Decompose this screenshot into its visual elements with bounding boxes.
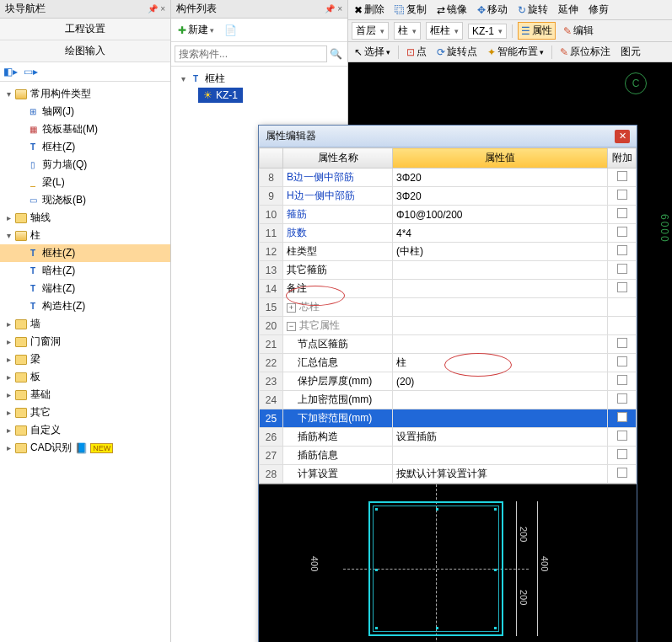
pin-icon[interactable]: 📌 × [148,4,165,13]
tree-group-column[interactable]: ▾柱 [0,227,170,244]
expand-icon[interactable]: ▸ [3,443,13,453]
close-button[interactable]: ✕ [615,130,630,143]
checkbox[interactable] [617,245,627,255]
checkbox[interactable] [617,375,627,385]
prop-value[interactable]: Φ10@100/200 [393,206,608,224]
tree-group-opening[interactable]: ▸门窗洞 [0,333,170,350]
prop-extra[interactable] [608,224,637,243]
subtype-dropdown[interactable]: 框柱 [426,22,463,40]
checkbox[interactable] [617,208,627,218]
prop-value[interactable] [393,409,608,428]
expand-icon[interactable]: ▸ [3,372,13,383]
prop-value[interactable] [393,391,608,409]
pin-icon[interactable]: 📌 × [325,4,342,13]
select-button[interactable]: ↖选择▾ [352,44,393,60]
prop-extra[interactable] [608,354,637,372]
prop-extra[interactable] [608,317,637,335]
new-button[interactable]: ✚新建▾ [175,21,218,39]
tree-item-axisnet[interactable]: ⊞轴网(J) [0,103,170,120]
checkbox[interactable] [617,393,627,404]
prop-value[interactable]: 按默认计算设置计算 [393,465,608,484]
extend-button[interactable]: 延伸 [556,2,581,18]
prop-value[interactable] [393,317,608,335]
tree-item-dark[interactable]: T暗柱(Z) [0,262,170,280]
tree-group-cad[interactable]: ▸CAD识别📘NEW [0,439,170,457]
table-row[interactable]: 13其它箍筋 [260,261,637,280]
table-row[interactable]: 26 插筋构造设置插筋 [260,428,637,447]
table-row[interactable]: 25 下加密范围(mm) [260,409,637,428]
prop-value[interactable] [393,298,608,317]
mirror-button[interactable]: ⇄镜像 [434,2,470,18]
prop-value[interactable]: 3Φ20 [393,169,608,187]
checkbox[interactable] [617,431,627,441]
prop-extra[interactable] [608,428,637,447]
table-row[interactable]: 27 插筋信息 [260,447,637,465]
prop-extra[interactable] [608,409,637,428]
table-row[interactable]: 10箍筋Φ10@100/200 [260,206,637,224]
checkbox[interactable] [617,338,627,348]
instance-dropdown[interactable]: KZ-1 [468,24,507,39]
tree-root[interactable]: ▾常用构件类型 [0,85,170,103]
table-row[interactable]: 22 汇总信息柱 [260,354,637,372]
prop-value[interactable]: (20) [393,372,608,391]
tree-item-struct[interactable]: T构造柱(Z) [0,297,170,315]
table-row[interactable]: 20−其它属性 [260,317,637,335]
tool-icon-2[interactable]: ▭▸ [24,66,38,78]
expand-icon[interactable]: ▸ [3,319,13,329]
smart-button[interactable]: ✦智能布置▾ [485,44,546,60]
prop-value[interactable] [393,280,608,298]
diagram-button[interactable]: 图元 [618,44,643,60]
table-row[interactable]: 11肢数4*4 [260,224,637,243]
prop-extra[interactable] [608,280,637,298]
tree-item-raft[interactable]: ▦筏板基础(M) [0,120,170,138]
collapse-icon[interactable]: ▾ [3,89,13,99]
prop-extra[interactable] [608,169,637,187]
dialog-titlebar[interactable]: 属性编辑器 ✕ [259,126,637,147]
table-row[interactable]: 14备注 [260,280,637,298]
checkbox[interactable] [617,227,627,237]
expand-icon[interactable]: ▸ [3,425,13,436]
tree-item-beam[interactable]: ⎯梁(L) [0,174,170,191]
search-icon[interactable]: 🔍 [327,45,344,62]
prop-extra[interactable] [608,447,637,465]
table-row[interactable]: 23 保护层厚度(mm)(20) [260,372,637,391]
comp-node-framecol[interactable]: ▾T框柱 [175,70,344,88]
delete-button[interactable]: ✖删除 [352,2,387,18]
search-input[interactable] [175,45,327,62]
collapse-icon[interactable]: ▾ [178,74,188,84]
table-row[interactable]: 24 上加密范围(mm) [260,391,637,409]
expand-icon[interactable]: ▸ [3,390,13,400]
point-button[interactable]: ⊡点 [404,44,429,60]
checkbox[interactable] [617,449,627,459]
prop-extra[interactable] [608,298,637,317]
table-row[interactable]: 12柱类型(中柱) [260,243,637,261]
tree-group-foundation[interactable]: ▸基础 [0,386,170,404]
checkbox[interactable] [617,468,627,478]
expand-toggle[interactable]: + [287,303,296,313]
prop-value[interactable]: 设置插筋 [393,428,608,447]
prop-extra[interactable] [608,335,637,354]
prop-extra[interactable] [608,391,637,409]
copy-icon-button[interactable]: 📄 [221,23,240,38]
checkbox[interactable] [617,356,627,366]
checkbox[interactable] [617,190,627,200]
prop-extra[interactable] [608,261,637,280]
tree-item-kz[interactable]: T框柱(Z) [0,244,170,262]
tree-group-axis[interactable]: ▸轴线 [0,209,170,227]
tree-group-beam2[interactable]: ▸梁 [0,350,170,368]
prop-value[interactable]: (中柱) [393,243,608,261]
expand-icon[interactable]: ▸ [3,408,13,418]
tree-group-wall[interactable]: ▸墙 [0,315,170,333]
tree-item-shearwall[interactable]: ▯剪力墙(Q) [0,156,170,174]
comp-item-kz1[interactable]: ☀KZ-1 [198,88,243,103]
copy-button[interactable]: ⿻复制 [392,2,429,18]
type-dropdown[interactable]: 柱 [394,22,421,40]
sub-title-project[interactable]: 工程设置 [0,19,170,40]
table-row[interactable]: 8B边一侧中部筋3Φ20 [260,169,637,187]
floor-dropdown[interactable]: 首层 [352,22,389,40]
property-button[interactable]: ☰属性 [518,22,556,40]
trim-button[interactable]: 修剪 [586,2,611,18]
table-row[interactable]: 21 节点区箍筋 [260,335,637,354]
rotate-button[interactable]: ↻旋转 [515,2,551,18]
table-row[interactable]: 9H边一侧中部筋3Φ20 [260,187,637,206]
